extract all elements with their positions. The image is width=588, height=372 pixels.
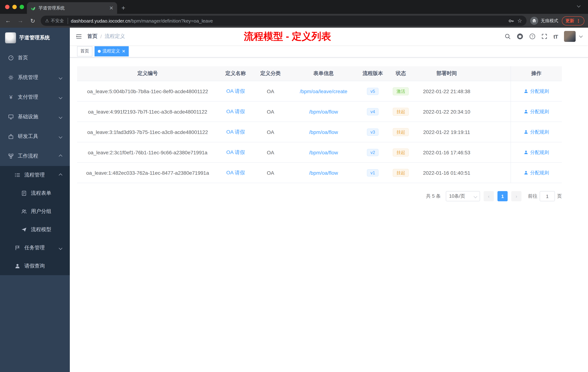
definition-name-link[interactable]: OA 请假 — [226, 149, 245, 156]
sidebar-item-infrastructure[interactable]: 基础设施 — [0, 107, 70, 127]
sidebar-item-label: 工作流程 — [18, 153, 38, 159]
user-icon — [524, 109, 528, 114]
breadcrumb-home[interactable]: 首页 — [87, 33, 97, 40]
menu-kebab-icon[interactable]: ⋮ — [576, 18, 581, 23]
sidebar-item-leave-query[interactable]: 请假查询 — [0, 257, 70, 275]
page-size-select[interactable]: 10条/页 — [446, 191, 480, 201]
reload-icon[interactable]: ↻ — [28, 17, 37, 24]
definition-name-link[interactable]: OA 请假 — [226, 129, 245, 135]
github-icon[interactable] — [517, 33, 523, 40]
sidebar-item-process-form[interactable]: 流程表单 — [0, 184, 70, 202]
sidebar-item-label: 基础设施 — [18, 114, 38, 120]
app-window: 芋道管理系统 首页 系统管理 ¥ 支付管理 — [0, 28, 588, 372]
form-link[interactable]: /bpm/oa/flow — [309, 109, 338, 114]
sidebar-item-process-mgmt[interactable]: 流程管理 — [0, 166, 70, 184]
tab-search-icon[interactable] — [577, 4, 580, 8]
status-badge: 挂起 — [393, 108, 409, 116]
assign-rule-button[interactable]: 分配规则 — [524, 129, 549, 135]
maximize-window-button[interactable] — [20, 5, 24, 9]
minimize-window-button[interactable] — [12, 5, 17, 9]
col-header-filler — [478, 66, 511, 81]
tags-view: 首页 流程定义 ✕ — [70, 45, 588, 57]
avatar-caret-icon[interactable] — [579, 34, 583, 37]
update-button[interactable]: 更新 ⋮ — [562, 16, 584, 25]
goto-label: 前往 — [528, 193, 537, 199]
goto-page-input[interactable] — [540, 191, 555, 201]
flag-icon — [15, 245, 20, 251]
sidebar-item-workflow[interactable]: 工作流程 — [0, 146, 70, 166]
prev-page-button[interactable]: ‹ — [484, 191, 494, 201]
form-link[interactable]: /bpm/oa/flow — [309, 129, 338, 135]
tag-home[interactable]: 首页 — [77, 46, 92, 56]
user-avatar[interactable] — [564, 31, 576, 42]
chevron-down-icon — [59, 95, 62, 99]
sidebar-item-home[interactable]: 首页 — [0, 48, 70, 68]
back-icon[interactable]: ← — [4, 17, 12, 24]
deploy-time: 2022-01-22 21:48:38 — [415, 81, 478, 101]
tag-close-icon[interactable]: ✕ — [122, 49, 126, 54]
assign-rule-button[interactable]: 分配规则 — [524, 149, 549, 156]
sidebar-item-process-model[interactable]: 流程模型 — [0, 220, 70, 239]
pagination: 共 5 条 10条/页 ‹ 1 › 前往 页 — [77, 191, 562, 201]
form-link[interactable]: /bpm/oa/flow — [309, 170, 338, 176]
table-row: oa_leave:2:3c1f0ef1-76b1-11ec-9c66-a2380… — [77, 142, 562, 163]
page-content: 定义编号 定义名称 定义分类 表单信息 流程版本 状态 部署时间 操作 oa_l… — [70, 57, 588, 372]
sidebar-item-system-mgmt[interactable]: 系统管理 — [0, 68, 70, 87]
font-size-icon[interactable]: tT — [554, 33, 558, 40]
version-badge: v2 — [367, 149, 378, 156]
chevron-down-icon — [59, 246, 62, 250]
table-row: oa_leave:1:482ec033-762a-11ec-8477-a2380… — [77, 163, 562, 183]
search-icon[interactable] — [505, 33, 511, 39]
definition-id: oa_leave:5:004b710b-7b8a-11ec-8ef0-acde4… — [77, 81, 218, 101]
status-badge: 挂起 — [393, 169, 409, 177]
definition-id: oa_leave:4:991f2193-7b7f-11ec-a3c8-acde4… — [77, 101, 218, 121]
browser-toolbar: ← → ↻ ⚠ 不安全 dashboard.yudao.iocoder.cn/b… — [0, 14, 588, 28]
deploy-time: 2022-01-16 01:40:51 — [415, 163, 478, 183]
page-number-current[interactable]: 1 — [497, 191, 508, 201]
sidebar-item-payment-mgmt[interactable]: ¥ 支付管理 — [0, 87, 70, 107]
sidebar-item-user-group[interactable]: 用户分组 — [0, 202, 70, 220]
security-chip[interactable]: ⚠ 不安全 — [45, 18, 68, 24]
version-badge: v3 — [367, 128, 378, 136]
update-label: 更新 — [566, 18, 574, 24]
logo-image — [5, 33, 16, 43]
assign-rule-button[interactable]: 分配规则 — [524, 88, 549, 94]
fullscreen-icon[interactable] — [541, 33, 547, 39]
close-window-button[interactable] — [5, 5, 10, 9]
forward-icon[interactable]: → — [16, 17, 25, 24]
sidebar-item-task-mgmt[interactable]: 任务管理 — [0, 239, 70, 257]
definition-name-link[interactable]: OA 请假 — [226, 169, 245, 176]
status-badge: 挂起 — [393, 128, 409, 136]
user-icon — [524, 170, 528, 175]
definition-id: oa_leave:1:482ec033-762a-11ec-8477-a2380… — [77, 163, 218, 183]
active-dot — [98, 50, 101, 53]
form-link[interactable]: /bpm/oa/leave/create — [300, 88, 347, 94]
assign-rule-button[interactable]: 分配规则 — [524, 108, 549, 115]
version-badge: v5 — [367, 88, 378, 95]
url-text: dashboard.yudao.iocoder.cn/bpm/manager/d… — [71, 18, 505, 23]
incognito-icon — [530, 17, 538, 25]
col-header-time: 部署时间 — [415, 66, 478, 81]
sidebar-collapse-icon[interactable] — [76, 33, 82, 40]
assign-rule-button[interactable]: 分配规则 — [524, 169, 549, 176]
col-header-name: 定义名称 — [218, 66, 253, 81]
yen-icon: ¥ — [8, 94, 14, 100]
sidebar-item-dev-tools[interactable]: 研发工具 — [0, 127, 70, 146]
definition-name-link[interactable]: OA 请假 — [226, 88, 245, 94]
col-header-form: 表单信息 — [288, 66, 359, 81]
address-bar[interactable]: ⚠ 不安全 dashboard.yudao.iocoder.cn/bpm/man… — [41, 16, 526, 26]
help-icon[interactable]: ? — [529, 33, 535, 39]
new-tab-button[interactable]: + — [121, 2, 125, 14]
url-host: dashboard.yudao.iocoder.cn — [71, 18, 130, 23]
browser-tab[interactable]: 芋道管理系统 ✕ — [27, 2, 117, 14]
sidebar-item-label: 研发工具 — [18, 133, 38, 140]
form-link[interactable]: /bpm/oa/flow — [309, 149, 338, 155]
key-icon[interactable] — [508, 18, 514, 23]
table-row: oa_leave:5:004b710b-7b8a-11ec-8ef0-acde4… — [77, 81, 562, 101]
definition-name-link[interactable]: OA 请假 — [226, 108, 245, 115]
tag-process-definition[interactable]: 流程定义 ✕ — [94, 46, 129, 56]
chevron-down-icon — [59, 135, 62, 138]
tab-close-icon[interactable]: ✕ — [109, 5, 114, 11]
bookmark-star-icon[interactable]: ☆ — [517, 17, 522, 24]
next-page-button[interactable]: › — [511, 191, 521, 201]
